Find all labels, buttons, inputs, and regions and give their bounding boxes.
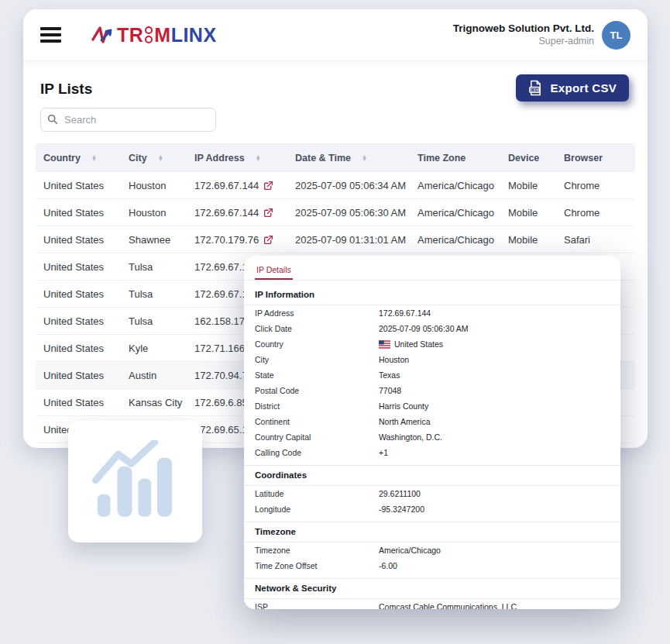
detail-value: Texas: [379, 370, 400, 380]
cell-country: United States: [36, 207, 121, 219]
details-section: TimezoneTimezoneAmerica/ChicagoTime Zone…: [244, 522, 620, 575]
avatar[interactable]: TL: [602, 21, 630, 50]
us-flag-icon: [379, 340, 390, 349]
detail-row: IP Address172.69.67.144: [244, 305, 620, 321]
company-name: Trignoweb Solution Pvt. Ltd.: [453, 22, 594, 36]
detail-label: Calling Code: [255, 448, 379, 457]
ip-text: 172.70.179.76: [194, 234, 259, 246]
detail-label: Time Zone Offset: [255, 561, 379, 570]
detail-value: -6.00: [379, 561, 397, 570]
detail-row: Country CapitalWashington, D.C.: [244, 429, 620, 445]
cell-browser: Chrome: [556, 180, 635, 191]
detail-value: 2025-07-09 05:06:30 AM: [379, 324, 469, 333]
cell-browser: Safari: [556, 234, 635, 246]
external-link-icon[interactable]: [263, 235, 273, 245]
ip-details-panel: IP Details IP InformationIP Address172.6…: [244, 256, 620, 609]
detail-value: Harris County: [379, 401, 428, 411]
app-header: TR M LINX Trignoweb Solution Pvt. Ltd. S…: [23, 9, 648, 61]
detail-label: ISP: [255, 602, 379, 609]
cell-city: Houston: [121, 207, 187, 219]
detail-label: State: [255, 370, 379, 380]
detail-value: Comcast Cable Communications, LLC: [379, 602, 517, 609]
cell-timezone: America/Chicago: [410, 234, 500, 246]
account-area: Trignoweb Solution Pvt. Ltd. Super-admin…: [453, 21, 630, 50]
column-header-device: Device: [500, 153, 556, 164]
detail-label: Country: [255, 339, 379, 349]
detail-value: 29.6211100: [379, 489, 421, 498]
detail-value: 77048: [379, 386, 401, 395]
cell-country: United States: [36, 343, 121, 354]
table-row[interactable]: United StatesShawnee172.70.179.762025-07…: [36, 226, 635, 253]
csv-file-icon: CSV: [528, 80, 543, 96]
details-section: CoordinatesLatitude29.6211100Longitude-9…: [244, 465, 620, 518]
search-input[interactable]: [40, 108, 216, 132]
column-header-ip-address[interactable]: IP Address▲▼: [187, 153, 287, 164]
detail-row: StateTexas: [244, 367, 620, 383]
detail-label: District: [255, 401, 379, 411]
export-csv-button[interactable]: CSV Export CSV: [516, 74, 629, 102]
sort-icon[interactable]: ▲▼: [256, 155, 261, 161]
tab-ip-details[interactable]: IP Details: [255, 263, 293, 280]
cell-ip-address: 172.69.67.144: [187, 207, 287, 219]
cell-city: Tulsa: [121, 288, 187, 300]
detail-row: ISPComcast Cable Communications, LLC: [244, 599, 620, 609]
detail-row: Postal Code77048: [244, 383, 620, 398]
cell-city: Tulsa: [121, 261, 187, 273]
cell-city: Kyle: [121, 343, 187, 354]
sort-icon[interactable]: ▲▼: [158, 155, 163, 161]
column-label: Date & Time: [295, 153, 351, 164]
detail-label: Longitude: [255, 505, 379, 514]
external-link-icon[interactable]: [263, 181, 273, 191]
detail-row: CityHouston: [244, 352, 620, 367]
detail-value: Houston: [379, 355, 409, 364]
cell-country: United States: [36, 397, 121, 408]
hamburger-menu-icon[interactable]: [40, 27, 61, 43]
detail-value: 172.69.67.144: [379, 308, 431, 318]
column-header-country[interactable]: Country▲▼: [36, 153, 121, 164]
detail-label: IP Address: [255, 308, 379, 318]
column-header-city[interactable]: City▲▼: [121, 153, 187, 164]
user-role: Super-admin: [453, 36, 594, 48]
detail-label: Latitude: [255, 489, 379, 498]
detail-label: Country Capital: [255, 432, 379, 442]
cell-browser: Chrome: [556, 207, 635, 219]
cell-city: Kansas City: [121, 397, 187, 408]
detail-row: Latitude29.6211100: [244, 486, 620, 501]
external-link-icon[interactable]: [263, 208, 273, 218]
detail-value: North America: [379, 417, 431, 426]
column-header-time-zone: Time Zone: [410, 153, 500, 164]
column-header-browser: Browser: [556, 153, 635, 164]
detail-label: City: [255, 355, 379, 364]
details-section: IP InformationIP Address172.69.67.144Cli…: [244, 285, 620, 462]
detail-row: CountryUnited States: [244, 336, 620, 352]
table-header-row: Country▲▼City▲▼IP Address▲▼Date & Time▲▼…: [36, 143, 635, 172]
bar-chart-icon: [92, 440, 179, 524]
logo-text-tr: TR: [117, 26, 143, 45]
column-header-date-time[interactable]: Date & Time▲▼: [287, 153, 410, 164]
cell-country: United States: [36, 180, 121, 191]
cell-datetime: 2025-07-09 05:06:34 AM: [287, 180, 410, 191]
detail-label: Timezone: [255, 546, 379, 555]
table-row[interactable]: United StatesHouston172.69.67.1442025-07…: [36, 172, 635, 199]
detail-value: +1: [379, 448, 388, 457]
cell-city: Shawnee: [121, 234, 187, 246]
column-label: City: [129, 153, 147, 164]
detail-label: Click Date: [255, 324, 379, 333]
table-row[interactable]: United StatesHouston172.69.67.1442025-07…: [36, 199, 635, 226]
ip-text: 172.69.67.144: [194, 207, 259, 219]
sort-icon[interactable]: ▲▼: [362, 155, 367, 161]
column-label: Country: [43, 153, 81, 164]
logo-pulse-icon: [91, 23, 115, 46]
chart-placeholder-card: [68, 421, 202, 542]
brand-logo: TR M LINX: [91, 23, 217, 46]
sort-icon[interactable]: ▲▼: [91, 155, 97, 161]
cell-device: Mobile: [500, 180, 556, 191]
cell-country: United States: [36, 370, 121, 381]
column-label: Browser: [564, 153, 603, 164]
cell-city: Austin: [121, 370, 187, 381]
cell-country: United States: [36, 288, 121, 300]
detail-label: Postal Code: [255, 386, 379, 395]
detail-row: ContinentNorth America: [244, 414, 620, 429]
section-title: IP Information: [244, 285, 620, 305]
detail-row: DistrictHarris County: [244, 398, 620, 414]
